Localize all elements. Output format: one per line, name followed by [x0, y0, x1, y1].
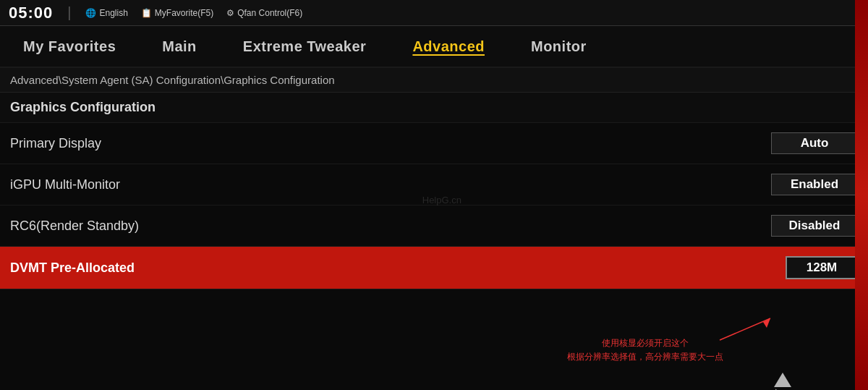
- setting-igpu-multi-monitor[interactable]: iGPU Multi-Monitor Enabled: [0, 164, 868, 205]
- breadcrumb: Advanced\System Agent (SA) Configuration…: [0, 68, 868, 93]
- setting-label-primary-display: Primary Display: [10, 136, 101, 151]
- section-title: Graphics Configuration: [10, 100, 156, 114]
- nav-monitor[interactable]: Monitor: [508, 26, 610, 67]
- myfavorite-icon: 📋: [141, 8, 152, 18]
- language-label: English: [99, 8, 127, 18]
- nav-advanced[interactable]: Advanced: [389, 26, 508, 67]
- setting-dvmt[interactable]: DVMT Pre-Allocated 128M: [0, 247, 868, 289]
- setting-value-igpu: Enabled: [771, 174, 858, 195]
- svg-line-0: [720, 318, 770, 340]
- setting-primary-display[interactable]: Primary Display Auto: [0, 123, 868, 164]
- nav-my-favorites[interactable]: My Favorites: [0, 26, 139, 67]
- red-right-edge: [855, 0, 868, 390]
- setting-label-rc6: RC6(Render Standby): [10, 219, 139, 234]
- status-divider: |: [67, 4, 71, 21]
- setting-rc6[interactable]: RC6(Render Standby) Disabled: [0, 205, 868, 247]
- setting-label-dvmt: DVMT Pre-Allocated: [10, 260, 135, 276]
- language-icon: 🌐: [85, 8, 96, 18]
- annotation-line2: 根据分辨率选择值，高分辨率需要大一点: [567, 350, 723, 364]
- annotation-line1: 使用核显必须开启这个: [567, 336, 723, 350]
- cursor-icon: [774, 387, 791, 390]
- nav-main[interactable]: Main: [139, 26, 220, 67]
- status-bar: 05:00 | 🌐 English 📋 MyFavorite(F5) ⚙ Qfa…: [0, 0, 868, 26]
- settings-list: Primary Display Auto iGPU Multi-Monitor …: [0, 123, 868, 289]
- setting-value-dvmt: 128M: [786, 256, 858, 279]
- myfavorite-item[interactable]: 📋 MyFavorite(F5): [141, 8, 213, 18]
- nav-menu: My Favorites Main Extreme Tweaker Advanc…: [0, 26, 868, 68]
- setting-label-igpu: iGPU Multi-Monitor: [10, 177, 120, 192]
- status-items: 🌐 English 📋 MyFavorite(F5) ⚙ Qfan Contro…: [85, 8, 302, 18]
- qfan-label: Qfan Control(F6): [237, 8, 302, 18]
- annotation-area: 使用核显必须开启这个 根据分辨率选择值，高分辨率需要大一点: [567, 336, 723, 364]
- myfavorite-label: MyFavorite(F5): [155, 8, 213, 18]
- qfan-item[interactable]: ⚙ Qfan Control(F6): [226, 8, 302, 18]
- annotation-arrow-icon: [716, 315, 781, 344]
- nav-extreme-tweaker[interactable]: Extreme Tweaker: [220, 26, 390, 67]
- language-item[interactable]: 🌐 English: [85, 8, 127, 18]
- annotation-text: 使用核显必须开启这个 根据分辨率选择值，高分辨率需要大一点: [567, 336, 723, 364]
- setting-value-rc6: Disabled: [771, 215, 858, 237]
- qfan-icon: ⚙: [226, 8, 234, 18]
- status-time: 05:00: [9, 4, 53, 22]
- setting-value-primary-display: Auto: [771, 132, 858, 154]
- section-header: Graphics Configuration: [0, 93, 868, 123]
